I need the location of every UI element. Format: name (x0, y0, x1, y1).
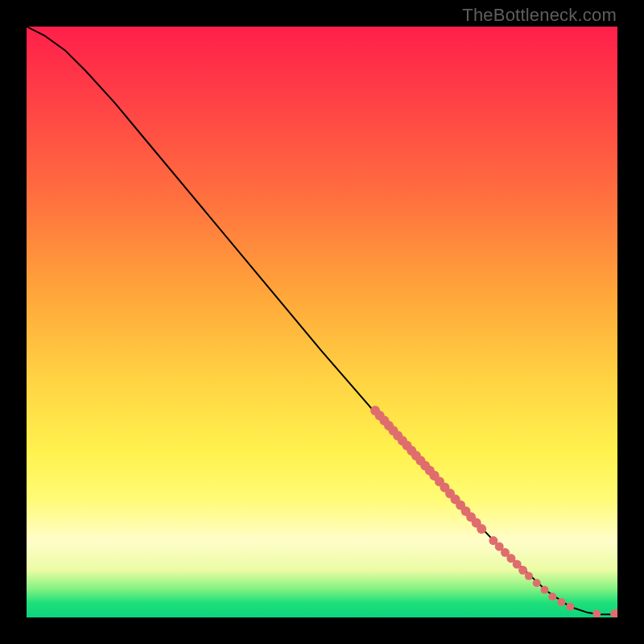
chart-frame: TheBottleneck.com (0, 0, 644, 644)
plot-background-gradient (27, 27, 617, 617)
watermark-text: TheBottleneck.com (462, 5, 617, 26)
